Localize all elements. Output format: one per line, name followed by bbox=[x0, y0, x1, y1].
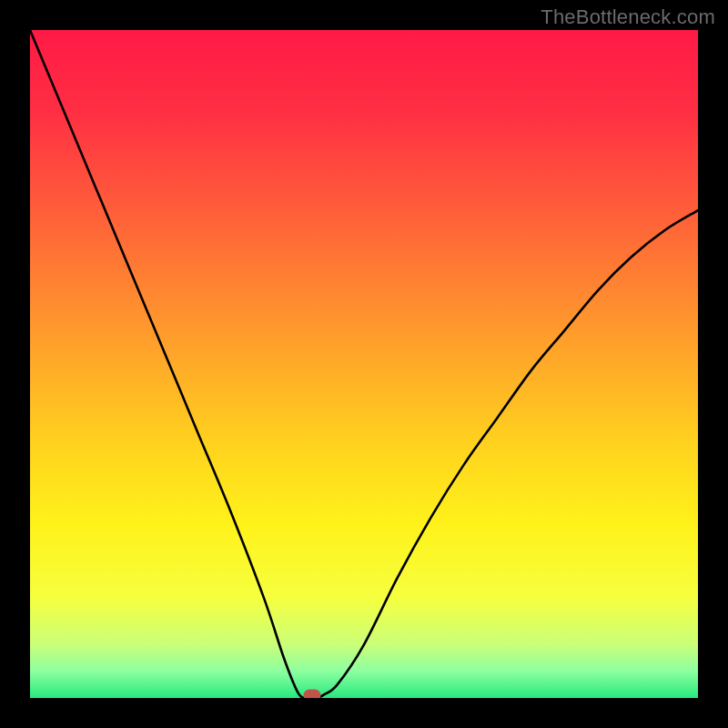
bottleneck-curve bbox=[30, 30, 698, 698]
plot-area bbox=[30, 30, 698, 698]
watermark-text: TheBottleneck.com bbox=[541, 5, 715, 29]
optimum-marker bbox=[304, 690, 321, 698]
chart-frame: TheBottleneck.com bbox=[0, 0, 728, 728]
